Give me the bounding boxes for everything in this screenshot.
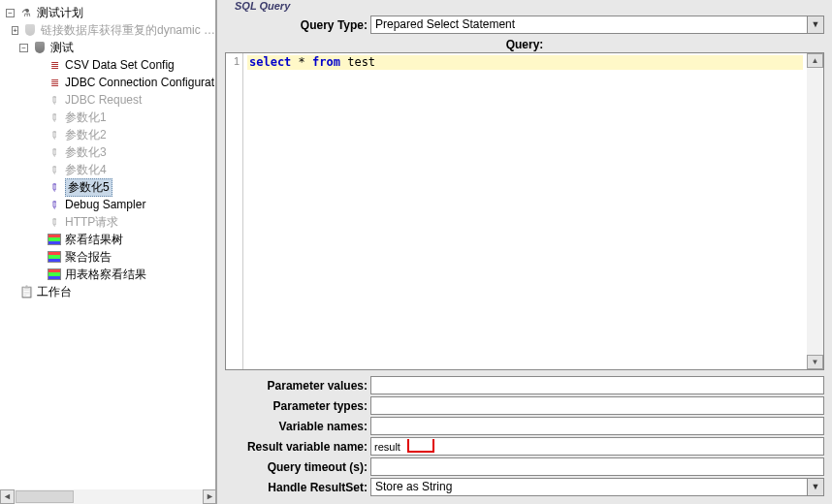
tree-label: 参数化2 — [65, 127, 107, 143]
properties-panel: SQL Query Query Type: Prepared Select St… — [217, 0, 832, 504]
tree-node[interactable]: JDBC Connection Configurat — [6, 74, 215, 91]
tree-label: JDBC Connection Configurat — [65, 76, 214, 89]
scroll-track[interactable] — [807, 68, 823, 355]
sql-op: * — [291, 55, 312, 69]
tree-node-thread[interactable]: − 测试 — [6, 39, 215, 56]
query-type-combo[interactable]: Prepared Select Statement ▼ — [370, 16, 824, 34]
tree-node-root[interactable]: − 测试计划 — [6, 4, 215, 21]
pencil-icon — [44, 211, 66, 234]
sql-editor[interactable]: 1 select * from test ▲ ▼ — [225, 52, 824, 370]
tree-node-workbench[interactable]: 工作台 — [6, 283, 215, 300]
query-type-row: Query Type: Prepared Select Statement ▼ — [225, 16, 824, 34]
line-gutter: 1 — [226, 53, 243, 369]
label: Handle ResultSet: — [225, 481, 370, 494]
scroll-down-button[interactable]: ▼ — [807, 355, 823, 369]
tree-node[interactable]: 用表格察看结果 — [6, 266, 215, 283]
tree-node[interactable]: JDBC Request — [6, 91, 215, 109]
variable-names-input[interactable] — [370, 417, 824, 435]
variable-names-row: Variable names: — [225, 417, 824, 435]
flask-icon — [18, 5, 34, 20]
tree-panel: − 测试计划 + 链接数据库获得重复的dynamic … − 测试 CSV Da… — [0, 0, 217, 504]
tree-label: 参数化1 — [65, 110, 107, 126]
tree-label: 参数化5 — [65, 178, 112, 197]
query-type-label: Query Type: — [225, 18, 370, 32]
tree-label: 察看结果树 — [65, 232, 123, 248]
scroll-left-button[interactable]: ◄ — [0, 489, 15, 504]
collapse-icon[interactable]: − — [19, 44, 28, 52]
result-icon — [47, 232, 62, 247]
param-values-input[interactable] — [370, 376, 824, 394]
tree-label: 工作台 — [37, 284, 72, 300]
query-timeout-row: Query timeout (s): — [225, 457, 824, 476]
tree-label: 测试计划 — [37, 5, 83, 21]
tree-node[interactable]: 聚合报告 — [6, 248, 215, 266]
combo-value: Prepared Select Statement — [371, 16, 807, 33]
tree-label: 聚合报告 — [65, 249, 112, 266]
tree-node[interactable]: CSV Data Set Config — [6, 56, 215, 74]
tree-node[interactable]: 参数化5 — [6, 178, 215, 196]
tree-node[interactable]: HTTP请求 — [6, 213, 215, 231]
sql-keyword: select — [249, 55, 291, 69]
code-area[interactable]: select * from test — [243, 53, 807, 369]
result-variable-input[interactable] — [370, 437, 824, 456]
chevron-down-icon[interactable]: ▼ — [807, 16, 823, 33]
tree-label: 用表格察看结果 — [65, 267, 146, 283]
tree-node[interactable]: 参数化2 — [6, 126, 215, 143]
query-timeout-input[interactable] — [370, 457, 824, 476]
clipboard-icon — [18, 284, 34, 299]
thread-icon — [22, 22, 38, 38]
param-types-row: Parameter types: — [225, 396, 824, 415]
collapse-icon[interactable]: − — [6, 9, 15, 17]
expand-icon[interactable]: + — [12, 26, 18, 35]
tree-label: HTTP请求 — [65, 214, 118, 231]
tree-label: CSV Data Set Config — [65, 58, 175, 72]
section-title: SQL Query — [223, 0, 826, 14]
tree-node[interactable]: 参数化4 — [6, 161, 215, 178]
scroll-thumb[interactable] — [16, 490, 74, 503]
label: Variable names: — [225, 420, 370, 433]
tree-node[interactable]: 参数化3 — [6, 143, 215, 161]
vertical-scrollbar[interactable]: ▲ ▼ — [807, 53, 823, 369]
result-icon — [47, 249, 62, 265]
scroll-up-button[interactable]: ▲ — [807, 53, 823, 68]
label: Parameter values: — [225, 379, 370, 393]
label: Parameter types: — [225, 399, 370, 413]
param-types-input[interactable] — [370, 396, 824, 415]
scroll-track[interactable] — [15, 489, 203, 504]
tree-node[interactable]: 参数化1 — [6, 109, 215, 126]
config-icon — [47, 57, 62, 73]
tree-label: Debug Sampler — [65, 198, 145, 211]
config-icon — [47, 75, 62, 90]
horizontal-scrollbar[interactable]: ◄ ► — [0, 489, 217, 504]
result-variable-row: Result variable name: — [225, 437, 824, 456]
tree-node[interactable]: Debug Sampler — [6, 196, 215, 213]
combo-value: Store as String — [371, 479, 807, 495]
code-line: select * from test — [247, 55, 803, 70]
tree-label: 测试 — [50, 40, 74, 56]
tree-label: 参数化3 — [65, 144, 107, 161]
chevron-down-icon[interactable]: ▼ — [807, 479, 823, 495]
handle-resultset-row: Handle ResultSet: Store as String ▼ — [225, 478, 824, 496]
tree-node[interactable]: 察看结果树 — [6, 231, 215, 248]
handle-resultset-combo[interactable]: Store as String ▼ — [370, 478, 824, 496]
sql-keyword: from — [312, 55, 340, 69]
label: Query timeout (s): — [225, 460, 370, 474]
result-icon — [47, 267, 62, 282]
label: Result variable name: — [225, 440, 370, 454]
tree-label: 参数化4 — [65, 162, 107, 178]
scroll-right-button[interactable]: ► — [203, 489, 217, 504]
thread-icon — [32, 40, 48, 55]
tree-label: 链接数据库获得重复的dynamic … — [41, 22, 215, 39]
sql-text: test — [340, 55, 375, 69]
tree: − 测试计划 + 链接数据库获得重复的dynamic … − 测试 CSV Da… — [0, 0, 215, 300]
query-header: Query: — [223, 36, 826, 52]
param-values-row: Parameter values: — [225, 376, 824, 394]
line-number: 1 — [226, 55, 240, 67]
tree-node-disabled[interactable]: + 链接数据库获得重复的dynamic … — [6, 21, 215, 39]
tree-label: JDBC Request — [65, 93, 142, 107]
